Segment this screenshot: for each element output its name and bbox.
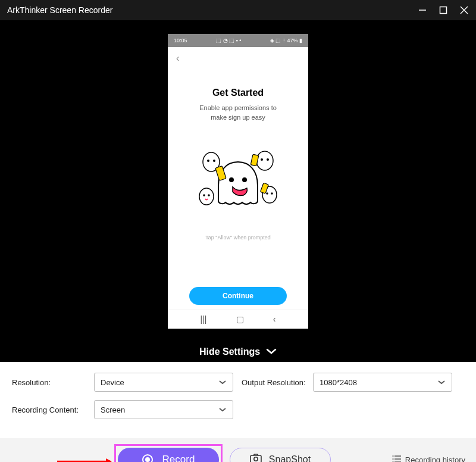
snapshot-label: SnapShot	[269, 454, 311, 462]
get-started-title: Get Started	[212, 88, 264, 98]
chevron-down-icon	[218, 405, 227, 414]
phone-nav-bar: ||| ▢ ‹	[168, 310, 308, 329]
output-resolution-label: Output Resolution:	[242, 378, 307, 387]
phone-content: ‹ Get Started Enable app permissions to …	[168, 47, 308, 310]
svg-point-17	[271, 192, 273, 195]
app-title: ArkThinker Screen Recorder	[7, 5, 418, 15]
svg-point-11	[267, 158, 269, 161]
hide-settings-label: Hide Settings	[199, 346, 260, 357]
resolution-label: Resolution:	[12, 378, 88, 387]
output-resolution-value: 1080*2408	[320, 378, 357, 387]
chevron-down-icon	[266, 346, 277, 357]
continue-button: Continue	[189, 287, 287, 305]
svg-point-8	[213, 160, 215, 162]
record-icon	[142, 454, 153, 462]
nav-back-icon: ‹	[273, 314, 276, 324]
recording-content-value: Screen	[101, 405, 125, 414]
preview-area: 10:05 ⬚ ◔ ⬚ ▪ • ◈ ⬚ ⫶ 47% ▮ ‹ Get Starte…	[0, 20, 476, 342]
hide-settings-toggle[interactable]: Hide Settings	[0, 342, 476, 362]
status-battery: ◈ ⬚ ⫶ 47% ▮	[270, 38, 302, 43]
recording-history-link[interactable]: Recording history	[392, 455, 465, 463]
phone-statusbar: 10:05 ⬚ ◔ ⬚ ▪ • ◈ ⬚ ⫶ 47% ▮	[168, 34, 308, 47]
svg-point-7	[207, 160, 209, 162]
svg-point-29	[392, 458, 393, 460]
svg-rect-1	[440, 7, 447, 14]
svg-point-13	[203, 194, 205, 196]
svg-point-28	[392, 455, 393, 457]
back-icon: ‹	[176, 53, 179, 64]
close-button[interactable]	[459, 5, 469, 15]
titlebar: ArkThinker Screen Recorder	[0, 0, 476, 20]
svg-marker-22	[106, 458, 112, 462]
status-time: 10:05	[174, 38, 187, 43]
camera-icon	[250, 454, 262, 462]
svg-point-16	[266, 192, 268, 195]
arrow-annotation	[57, 457, 112, 462]
svg-point-10	[261, 158, 263, 161]
svg-point-24	[254, 457, 258, 461]
maximize-button[interactable]	[439, 6, 447, 14]
svg-point-14	[208, 194, 210, 196]
svg-point-12	[199, 188, 214, 205]
svg-point-4	[229, 177, 234, 182]
svg-point-5	[242, 177, 247, 182]
list-icon	[392, 455, 402, 463]
window-controls	[418, 5, 469, 15]
nav-home-icon: ▢	[236, 314, 244, 324]
phone-screen-preview: 10:05 ⬚ ◔ ⬚ ▪ • ◈ ⬚ ⫶ 47% ▮ ‹ Get Starte…	[168, 34, 308, 329]
settings-panel: Resolution: Device Output Resolution: 10…	[0, 362, 476, 438]
nav-recent-icon: |||	[201, 314, 207, 324]
output-resolution-dropdown[interactable]: 1080*2408	[313, 373, 452, 392]
history-label: Recording history	[405, 455, 465, 463]
svg-point-9	[256, 151, 273, 170]
resolution-dropdown[interactable]: Device	[94, 373, 233, 392]
snapshot-button[interactable]: SnapShot	[230, 448, 331, 462]
get-started-subtitle: Enable app permissions to make sign up e…	[199, 103, 277, 123]
chevron-down-icon	[218, 378, 227, 387]
recording-content-dropdown[interactable]: Screen	[94, 400, 233, 419]
recording-content-label: Recording Content:	[12, 405, 88, 414]
prompt-text: Tap "Allow" when prompted	[205, 235, 270, 241]
record-button[interactable]: Record	[118, 448, 219, 462]
action-bar: Record SnapShot Recording history	[0, 438, 476, 462]
ghost-illustration	[193, 144, 283, 221]
resolution-value: Device	[101, 378, 124, 387]
minimize-button[interactable]	[418, 5, 427, 15]
record-label: Record	[162, 454, 195, 462]
chevron-down-icon	[437, 378, 446, 387]
